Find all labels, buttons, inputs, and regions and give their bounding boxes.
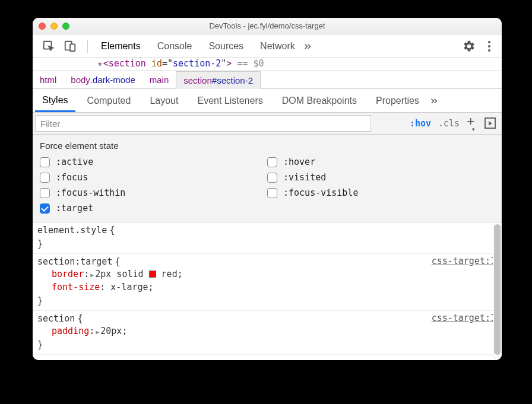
state-hover[interactable]: :hover	[267, 157, 495, 167]
rule-section-target[interactable]: css-target:1 section:target { border:▶2p…	[33, 254, 502, 311]
breadcrumb: html body.dark-mode main section#section…	[33, 71, 502, 89]
device-toolbar-icon[interactable]	[64, 40, 77, 53]
svg-point-3	[488, 41, 490, 43]
filter-placeholder: Filter	[40, 119, 60, 129]
more-subtabs-icon[interactable]: »	[430, 94, 438, 107]
kebab-menu-icon[interactable]	[478, 40, 497, 53]
toolbar-divider	[87, 40, 88, 53]
checkbox-icon[interactable]	[40, 188, 50, 198]
more-tabs-icon[interactable]: »	[304, 40, 311, 52]
window-controls	[39, 23, 69, 30]
subtab-computed[interactable]: Computed	[80, 91, 138, 111]
checkbox-icon[interactable]	[40, 157, 50, 167]
subtab-styles[interactable]: Styles	[35, 90, 75, 112]
force-state-heading: Force element state	[40, 141, 495, 151]
tab-elements[interactable]: Elements	[94, 37, 148, 55]
minimize-window-button[interactable]	[50, 23, 58, 30]
color-swatch-icon[interactable]	[149, 271, 156, 278]
subtab-dom-breakpoints[interactable]: DOM Breakpoints	[275, 91, 364, 111]
rule-section[interactable]: css-target:1 section { padding:▶20px; }	[33, 311, 502, 355]
titlebar: DevTools - jec.fyi/demo/css-target	[33, 18, 502, 34]
filter-bar: Filter :hov .cls +▾	[33, 113, 502, 135]
inspect-icon[interactable]	[42, 40, 55, 53]
breadcrumb-body[interactable]: body.dark-mode	[64, 71, 142, 88]
hov-toggle[interactable]: :hov	[410, 118, 431, 129]
cls-toggle[interactable]: .cls	[438, 118, 460, 129]
state-target[interactable]: :target	[40, 203, 267, 214]
css-rules: element.style { } css-target:1 section:t…	[33, 222, 502, 360]
styles-subtabs: Styles Computed Layout Event Listeners D…	[33, 89, 502, 113]
tab-sources[interactable]: Sources	[201, 37, 251, 55]
state-focus-visible[interactable]: :focus-visible	[267, 187, 495, 198]
state-focus[interactable]: :focus	[40, 172, 267, 183]
settings-icon[interactable]	[463, 40, 476, 53]
zoom-window-button[interactable]	[62, 23, 69, 30]
subtab-event-listeners[interactable]: Event Listeners	[190, 91, 270, 111]
breadcrumb-section[interactable]: section#section-2	[176, 71, 261, 89]
computed-styles-sidebar-icon[interactable]	[484, 117, 496, 129]
checkbox-icon[interactable]	[40, 173, 50, 183]
filter-input[interactable]: Filter	[35, 115, 371, 132]
tab-console[interactable]: Console	[150, 37, 200, 55]
collapse-icon[interactable]: ▼	[98, 61, 102, 68]
state-focus-within[interactable]: :focus-within	[40, 187, 267, 198]
state-visited[interactable]: :visited	[267, 172, 495, 183]
breadcrumb-html[interactable]: html	[33, 71, 64, 88]
new-style-rule-icon[interactable]: +▾	[467, 114, 477, 130]
decl-font-size[interactable]: font-size: x-large;	[52, 281, 497, 294]
checkbox-checked-icon[interactable]	[40, 203, 50, 214]
checkbox-icon[interactable]	[267, 157, 277, 167]
decl-border[interactable]: border:▶2px solid red;	[52, 268, 497, 281]
styles-panel: Filter :hov .cls +▾ Force element state …	[33, 113, 502, 360]
main-toolbar: Elements Console Sources Network »	[33, 34, 502, 58]
tab-network[interactable]: Network	[253, 37, 302, 55]
dom-tree-snippet[interactable]: ▼<section id="section-2"> == $0	[33, 58, 502, 71]
rule-element-style[interactable]: element.style { }	[33, 222, 502, 254]
subtab-layout[interactable]: Layout	[142, 91, 185, 111]
scrollbar[interactable]	[493, 224, 502, 360]
panel-tabs: Elements Console Sources Network »	[94, 37, 497, 55]
rule-source-link[interactable]: css-target:1	[432, 312, 496, 325]
devtools-window: DevTools - jec.fyi/demo/css-target Eleme…	[33, 18, 502, 360]
scrollbar-thumb[interactable]	[494, 224, 501, 355]
checkbox-icon[interactable]	[267, 188, 277, 198]
svg-point-4	[488, 45, 490, 47]
force-element-state-panel: Force element state :active :hover :focu…	[33, 135, 502, 222]
state-active[interactable]: :active	[40, 157, 267, 167]
checkbox-icon[interactable]	[267, 173, 277, 183]
svg-rect-2	[70, 44, 75, 51]
decl-padding[interactable]: padding:▶20px;	[52, 325, 497, 338]
breadcrumb-main[interactable]: main	[142, 71, 176, 88]
svg-point-5	[488, 49, 490, 52]
window-title: DevTools - jec.fyi/demo/css-target	[33, 21, 502, 30]
subtab-properties[interactable]: Properties	[369, 91, 426, 111]
close-window-button[interactable]	[39, 23, 46, 30]
expand-icon[interactable]: ▶	[90, 272, 94, 278]
expand-icon[interactable]: ▶	[96, 329, 99, 335]
rule-source-link[interactable]: css-target:1	[432, 255, 496, 268]
